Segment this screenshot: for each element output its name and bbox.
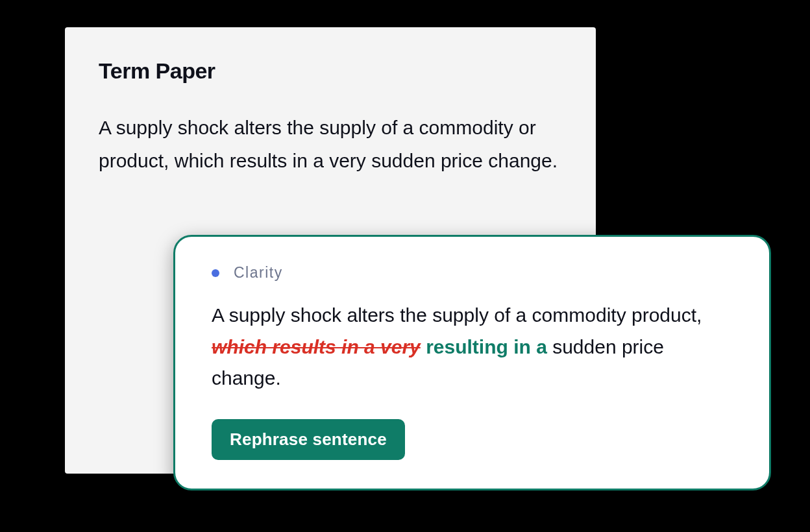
- suggestion-strike-text: which results in a very: [212, 336, 421, 357]
- suggestion-header: Clarity: [212, 264, 733, 282]
- suggestion-card[interactable]: Clarity A supply shock alters the supply…: [173, 235, 771, 490]
- document-title: Term Paper: [99, 58, 562, 84]
- suggestion-text-before: A supply shock alters the supply of a co…: [212, 304, 702, 326]
- document-body[interactable]: A supply shock alters the supply of a co…: [99, 111, 562, 177]
- rephrase-button[interactable]: Rephrase sentence: [212, 419, 405, 460]
- suggestion-text: A supply shock alters the supply of a co…: [212, 300, 733, 394]
- suggestion-category-label: Clarity: [234, 264, 283, 282]
- category-dot-icon: [212, 269, 219, 277]
- suggestion-insert-text: resulting in a: [421, 336, 547, 357]
